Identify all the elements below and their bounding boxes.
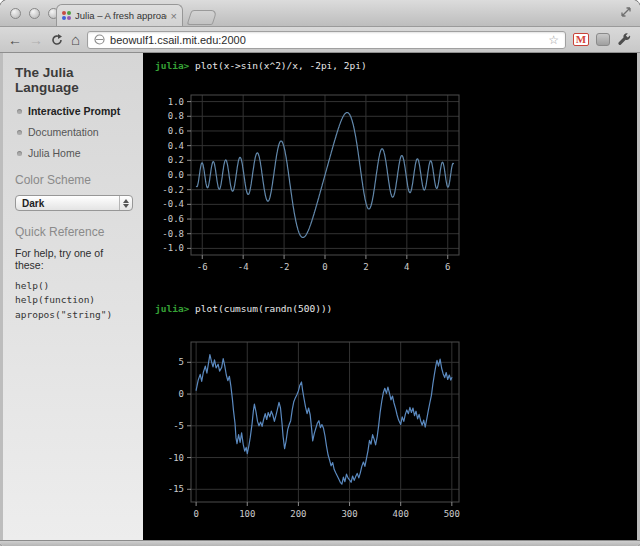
svg-text:-10: -10 bbox=[168, 453, 184, 463]
page-info-icon[interactable] bbox=[94, 34, 105, 45]
sidebar-item-interactive-prompt[interactable]: Interactive Prompt bbox=[17, 105, 133, 117]
svg-text:0.8: 0.8 bbox=[168, 111, 184, 121]
svg-text:-1.0: -1.0 bbox=[162, 243, 184, 253]
sidebar-nav: Interactive Prompt Documentation Julia H… bbox=[15, 105, 133, 159]
color-scheme-select[interactable]: Dark bbox=[15, 195, 133, 211]
julia-favicon-icon bbox=[62, 11, 71, 20]
svg-text:0: 0 bbox=[322, 262, 327, 272]
quick-reference-heading: Quick Reference bbox=[15, 225, 133, 239]
select-stepper-icon bbox=[119, 196, 132, 210]
url-text[interactable]: beowulf1.csail.mit.edu:2000 bbox=[110, 34, 543, 46]
julia-prompt: julia> bbox=[155, 303, 189, 314]
color-scheme-heading: Color Scheme bbox=[15, 173, 133, 187]
svg-text:-2: -2 bbox=[279, 262, 290, 272]
svg-text:0: 0 bbox=[179, 389, 184, 399]
svg-text:1.0: 1.0 bbox=[168, 97, 184, 107]
window-controls bbox=[10, 8, 59, 19]
sidebar-item-documentation[interactable]: Documentation bbox=[17, 126, 133, 138]
repl-command: plot(cumsum(randn(500))) bbox=[195, 303, 332, 314]
bullet-icon bbox=[17, 151, 22, 156]
sidebar: The Julia Language Interactive Prompt Do… bbox=[3, 53, 143, 540]
page-content: The Julia Language Interactive Prompt Do… bbox=[0, 53, 640, 540]
tab-title: Julia – A fresh approach to t bbox=[75, 10, 167, 21]
svg-text:100: 100 bbox=[239, 509, 255, 519]
svg-text:2: 2 bbox=[363, 262, 368, 272]
svg-text:0.2: 0.2 bbox=[168, 155, 184, 165]
bookmark-star-icon[interactable]: ☆ bbox=[548, 33, 559, 47]
svg-text:-0.6: -0.6 bbox=[162, 214, 184, 224]
svg-text:0.6: 0.6 bbox=[168, 126, 184, 136]
reload-icon[interactable] bbox=[50, 33, 64, 47]
wrench-menu-icon[interactable] bbox=[617, 32, 632, 47]
bullet-icon bbox=[17, 109, 22, 114]
bullet-icon bbox=[17, 130, 22, 135]
quick-reference-examples: help() help(function) apropos("string") bbox=[15, 279, 133, 322]
extension-icon[interactable] bbox=[596, 33, 610, 46]
svg-text:0.0: 0.0 bbox=[168, 170, 184, 180]
gmail-extension-icon[interactable]: M bbox=[573, 33, 589, 46]
svg-text:-0.8: -0.8 bbox=[162, 229, 184, 239]
svg-text:400: 400 bbox=[393, 509, 409, 519]
color-scheme-selected-value: Dark bbox=[16, 198, 119, 209]
sidebar-item-julia-home[interactable]: Julia Home bbox=[17, 147, 133, 159]
home-icon[interactable]: ⌂ bbox=[71, 32, 80, 47]
svg-text:4: 4 bbox=[404, 262, 409, 272]
browser-tab[interactable]: Julia – A fresh approach to t × bbox=[56, 4, 183, 26]
svg-text:-5: -5 bbox=[173, 421, 184, 431]
svg-text:-6: -6 bbox=[197, 262, 208, 272]
svg-text:-4: -4 bbox=[238, 262, 249, 272]
browser-toolbar: ← → ⌂ beowulf1.csail.mit.edu:2000 ☆ M bbox=[0, 27, 640, 53]
svg-text:500: 500 bbox=[444, 509, 460, 519]
tab-close-icon[interactable]: × bbox=[171, 11, 177, 21]
svg-text:6: 6 bbox=[445, 262, 450, 272]
julia-prompt: julia> bbox=[155, 60, 189, 71]
new-tab-button[interactable] bbox=[187, 10, 218, 25]
window-resize-icon[interactable] bbox=[620, 6, 632, 18]
plot-sine-function: -6-4-20246-1.0-0.8-0.6-0.4-0.20.00.20.40… bbox=[161, 86, 473, 278]
quick-reference-intro: For help, try one of these: bbox=[15, 247, 133, 271]
titlebar: Julia – A fresh approach to t × bbox=[0, 0, 640, 27]
minimize-window-button[interactable] bbox=[29, 8, 40, 19]
browser-window: Julia – A fresh approach to t × ← → ⌂ be… bbox=[0, 0, 640, 546]
window-bottom-edge bbox=[0, 540, 640, 546]
svg-text:200: 200 bbox=[290, 509, 306, 519]
svg-text:0: 0 bbox=[193, 509, 198, 519]
forward-icon[interactable]: → bbox=[29, 33, 43, 47]
repl-command: plot(x->sin(x^2)/x, -2pi, 2pi) bbox=[195, 60, 367, 71]
site-title: The Julia Language bbox=[15, 65, 133, 95]
svg-text:300: 300 bbox=[341, 509, 357, 519]
svg-text:0.4: 0.4 bbox=[168, 141, 184, 151]
repl-line: julia> plot(x->sin(x^2)/x, -2pi, 2pi) bbox=[155, 60, 367, 71]
julia-web-terminal[interactable]: julia> plot(x->sin(x^2)/x, -2pi, 2pi) -6… bbox=[143, 53, 637, 540]
plot-random-walk: 010020030040050050-5-10-15 bbox=[161, 336, 473, 522]
svg-text:-0.2: -0.2 bbox=[162, 185, 184, 195]
back-icon[interactable]: ← bbox=[8, 33, 22, 47]
close-window-button[interactable] bbox=[10, 8, 21, 19]
address-bar[interactable]: beowulf1.csail.mit.edu:2000 ☆ bbox=[87, 31, 566, 49]
svg-text:5: 5 bbox=[179, 357, 184, 367]
svg-text:-15: -15 bbox=[168, 484, 184, 494]
repl-line: julia> plot(cumsum(randn(500))) bbox=[155, 303, 332, 314]
svg-text:-0.4: -0.4 bbox=[162, 199, 184, 209]
